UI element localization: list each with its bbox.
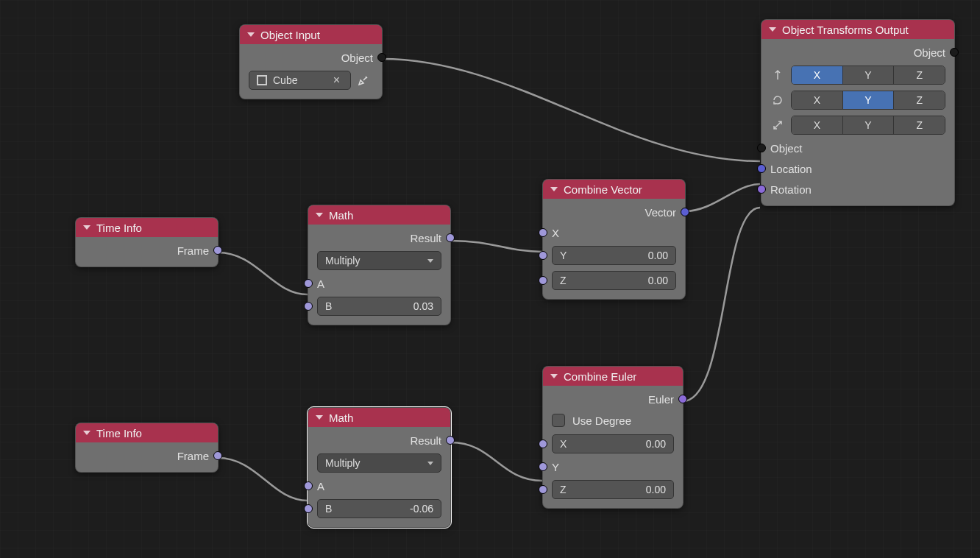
node-header[interactable]: Object Input [240,25,382,44]
object-picker-value: Cube [273,74,297,86]
socket-x-in[interactable] [539,228,547,237]
input-y-row: Y 0.00 [543,244,685,266]
operation-row: Multiply [308,452,450,474]
node-combine-euler[interactable]: Combine Euler Euler Use Degree X 0.00 Y … [542,366,683,509]
input-z-row: Z 0.00 [543,478,683,501]
socket-a-in[interactable] [304,279,313,288]
socket-vector-out[interactable] [681,208,689,216]
input-a-row: A [308,275,450,292]
operation-select[interactable]: Multiply [317,251,441,270]
input-b-row: B -0.06 [308,498,450,520]
socket-rotation-in[interactable] [757,185,766,194]
socket-object-out[interactable] [377,53,386,62]
location-icon [770,69,785,81]
loc-x-toggle[interactable]: X [792,66,843,84]
node-time-info[interactable]: Time Info Frame [75,217,219,267]
node-header[interactable]: Combine Euler [543,367,683,386]
socket-location-in[interactable] [757,164,766,173]
node-header[interactable]: Combine Vector [543,180,685,199]
output-label: Result [410,434,441,447]
eyedropper-icon[interactable] [354,71,373,90]
input-b-value[interactable]: B 0.03 [317,297,441,316]
node-header[interactable]: Math [308,408,450,427]
collapse-icon[interactable] [769,27,776,32]
node-header[interactable]: Time Info [76,423,218,442]
input-label: A [317,480,324,492]
input-label: Y [552,461,559,473]
loc-y-toggle[interactable]: Y [843,66,895,84]
node-title: Object Input [260,29,320,41]
output-result-row: Result [308,229,450,247]
socket-y-in[interactable] [539,462,547,471]
node-title: Combine Vector [564,183,642,196]
location-axis-row: X Y Z [761,64,954,86]
socket-euler-out[interactable] [678,395,687,403]
input-b-number: -0.06 [410,503,433,515]
input-z-row: Z 0.00 [543,269,685,292]
input-b-row: B 0.03 [308,295,450,317]
socket-frame-out[interactable] [213,246,222,255]
scale-icon [770,119,785,131]
socket-a-in[interactable] [304,481,313,490]
object-picker-row: Cube × [240,69,382,91]
socket-y-in[interactable] [539,251,547,260]
input-z-value[interactable]: Z 0.00 [552,271,676,290]
node-object-input[interactable]: Object Input Object Cube × [239,24,383,99]
node-title: Math [329,209,353,222]
rot-y-toggle[interactable]: Y [843,91,895,109]
socket-object-out[interactable] [950,48,959,57]
input-label: Object [770,142,802,155]
collapse-icon[interactable] [316,213,323,217]
rotation-icon [770,94,785,106]
collapse-icon[interactable] [316,415,323,420]
node-title: Combine Euler [564,370,636,383]
socket-z-in[interactable] [539,485,547,494]
clear-icon[interactable]: × [330,74,343,87]
collapse-icon[interactable] [83,431,90,435]
object-picker[interactable]: Cube × [249,71,351,90]
use-degree-checkbox[interactable] [552,414,565,427]
rot-x-toggle[interactable]: X [792,91,843,109]
collapse-icon[interactable] [247,32,255,37]
loc-z-toggle[interactable]: Z [894,66,945,84]
output-vector-row: Vector [543,203,685,221]
node-combine-vector[interactable]: Combine Vector Vector X Y 0.00 Z 0.00 [542,179,686,300]
socket-frame-out[interactable] [213,451,222,460]
scl-x-toggle[interactable]: X [792,116,843,134]
object-icon [257,75,267,85]
operation-value: Multiply [325,255,360,266]
collapse-icon[interactable] [550,374,558,378]
node-math[interactable]: Math Result Multiply A B -0.06 [308,407,451,528]
use-degree-row: Use Degree [543,411,683,430]
input-location-row: Location [761,160,954,177]
output-label: Result [410,232,441,244]
collapse-icon[interactable] [83,225,90,230]
operation-select[interactable]: Multiply [317,453,441,473]
node-title: Math [329,412,353,424]
node-object-transforms-output[interactable]: Object Transforms Output Object X Y Z X … [761,19,955,206]
input-y-row: Y [543,458,683,476]
input-b-value[interactable]: B -0.06 [317,499,441,518]
input-x-value[interactable]: X 0.00 [552,434,674,453]
socket-z-in[interactable] [539,276,547,285]
socket-result-out[interactable] [446,233,455,242]
socket-x-in[interactable] [539,439,547,448]
scl-z-toggle[interactable]: Z [894,116,945,134]
node-time-info[interactable]: Time Info Frame [75,423,219,473]
collapse-icon[interactable] [550,187,558,191]
operation-value: Multiply [325,457,360,469]
socket-result-out[interactable] [446,436,455,445]
socket-b-in[interactable] [304,504,313,513]
scale-axis-row: X Y Z [761,114,954,136]
input-y-value[interactable]: Y 0.00 [552,246,676,265]
node-header[interactable]: Time Info [76,218,218,237]
node-math[interactable]: Math Result Multiply A B 0.03 [308,205,451,325]
scl-y-toggle[interactable]: Y [843,116,895,134]
input-z-value[interactable]: Z 0.00 [552,480,674,499]
rot-z-toggle[interactable]: Z [894,91,945,109]
socket-object-in[interactable] [757,144,766,152]
socket-b-in[interactable] [304,302,313,311]
node-header[interactable]: Math [308,205,450,225]
node-header[interactable]: Object Transforms Output [761,20,954,39]
input-object-row: Object [761,139,954,157]
